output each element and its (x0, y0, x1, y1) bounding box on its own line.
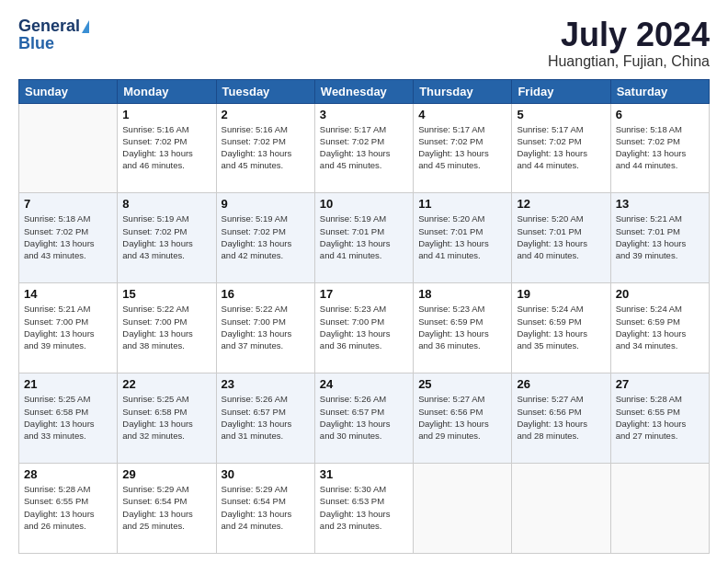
header-saturday: Saturday (610, 79, 709, 103)
day-number: 5 (517, 108, 605, 121)
day-info: Sunrise: 5:23 AMSunset: 7:00 PMDaylight:… (320, 303, 408, 351)
day-number: 29 (122, 467, 210, 481)
day-info: Sunrise: 5:25 AMSunset: 6:58 PMDaylight:… (24, 393, 112, 442)
table-row: 5Sunrise: 5:17 AMSunset: 7:02 PMDaylight… (512, 103, 610, 193)
weekday-header-row: Sunday Monday Tuesday Wednesday Thursday… (19, 79, 710, 103)
calendar-page: General Blue July 2024 Huangtian, Fujian… (0, 0, 728, 563)
day-number: 1 (122, 108, 210, 121)
table-row (19, 103, 118, 193)
day-info: Sunrise: 5:16 AMSunset: 7:02 PMDaylight:… (222, 123, 310, 172)
day-number: 9 (222, 197, 310, 211)
table-row: 23Sunrise: 5:26 AMSunset: 6:57 PMDayligh… (216, 373, 314, 464)
day-info: Sunrise: 5:17 AMSunset: 7:02 PMDaylight:… (418, 123, 506, 172)
day-number: 21 (24, 377, 112, 391)
day-number: 19 (517, 287, 605, 301)
table-row (512, 464, 610, 554)
day-info: Sunrise: 5:20 AMSunset: 7:01 PMDaylight:… (517, 213, 605, 261)
day-info: Sunrise: 5:18 AMSunset: 7:02 PMDaylight:… (24, 213, 112, 261)
day-number: 14 (24, 287, 112, 301)
table-row (610, 464, 709, 554)
day-info: Sunrise: 5:16 AMSunset: 7:02 PMDaylight:… (122, 123, 210, 172)
table-row: 14Sunrise: 5:21 AMSunset: 7:00 PMDayligh… (19, 283, 118, 373)
day-number: 15 (122, 287, 210, 301)
day-number: 30 (222, 467, 310, 481)
day-info: Sunrise: 5:17 AMSunset: 7:02 PMDaylight:… (517, 123, 605, 172)
table-row: 21Sunrise: 5:25 AMSunset: 6:58 PMDayligh… (19, 373, 118, 464)
logo-blue: Blue (18, 34, 54, 53)
table-row: 11Sunrise: 5:20 AMSunset: 7:01 PMDayligh… (414, 193, 512, 283)
logo-icon (82, 20, 89, 33)
day-info: Sunrise: 5:19 AMSunset: 7:01 PMDaylight:… (320, 213, 408, 261)
header: General Blue July 2024 Huangtian, Fujian… (18, 17, 710, 70)
day-number: 27 (616, 377, 704, 391)
day-number: 26 (517, 377, 605, 391)
day-number: 22 (122, 377, 210, 391)
table-row: 29Sunrise: 5:29 AMSunset: 6:54 PMDayligh… (118, 464, 216, 554)
table-row: 9Sunrise: 5:19 AMSunset: 7:02 PMDaylight… (216, 193, 314, 283)
table-row: 4Sunrise: 5:17 AMSunset: 7:02 PMDaylight… (414, 103, 512, 193)
calendar-week-row: 1Sunrise: 5:16 AMSunset: 7:02 PMDaylight… (19, 103, 710, 193)
day-info: Sunrise: 5:26 AMSunset: 6:57 PMDaylight:… (320, 393, 408, 442)
day-info: Sunrise: 5:28 AMSunset: 6:55 PMDaylight:… (616, 393, 704, 442)
table-row: 13Sunrise: 5:21 AMSunset: 7:01 PMDayligh… (610, 193, 709, 283)
day-number: 6 (616, 108, 704, 121)
day-number: 3 (320, 108, 408, 121)
header-sunday: Sunday (19, 79, 118, 103)
table-row: 1Sunrise: 5:16 AMSunset: 7:02 PMDaylight… (118, 103, 216, 193)
day-number: 25 (418, 377, 506, 391)
table-row: 2Sunrise: 5:16 AMSunset: 7:02 PMDaylight… (216, 103, 314, 193)
table-row: 25Sunrise: 5:27 AMSunset: 6:56 PMDayligh… (414, 373, 512, 464)
day-info: Sunrise: 5:22 AMSunset: 7:00 PMDaylight:… (222, 303, 310, 351)
title-section: July 2024 Huangtian, Fujian, China (548, 17, 710, 70)
day-number: 31 (320, 467, 408, 481)
day-info: Sunrise: 5:24 AMSunset: 6:59 PMDaylight:… (517, 303, 605, 351)
day-number: 8 (122, 197, 210, 211)
day-info: Sunrise: 5:21 AMSunset: 7:00 PMDaylight:… (24, 303, 112, 351)
day-info: Sunrise: 5:30 AMSunset: 6:53 PMDaylight:… (320, 483, 408, 532)
table-row: 15Sunrise: 5:22 AMSunset: 7:00 PMDayligh… (118, 283, 216, 373)
table-row: 28Sunrise: 5:28 AMSunset: 6:55 PMDayligh… (19, 464, 118, 554)
calendar-week-row: 7Sunrise: 5:18 AMSunset: 7:02 PMDaylight… (19, 193, 710, 283)
day-number: 2 (222, 108, 310, 121)
day-info: Sunrise: 5:27 AMSunset: 6:56 PMDaylight:… (418, 393, 506, 442)
day-info: Sunrise: 5:24 AMSunset: 6:59 PMDaylight:… (616, 303, 704, 351)
day-info: Sunrise: 5:27 AMSunset: 6:56 PMDaylight:… (517, 393, 605, 442)
header-friday: Friday (512, 79, 610, 103)
table-row (414, 464, 512, 554)
day-info: Sunrise: 5:29 AMSunset: 6:54 PMDaylight:… (122, 483, 210, 532)
calendar-week-row: 28Sunrise: 5:28 AMSunset: 6:55 PMDayligh… (19, 464, 710, 554)
day-number: 17 (320, 287, 408, 301)
logo-general: General (18, 17, 80, 36)
day-number: 4 (418, 108, 506, 121)
calendar-week-row: 14Sunrise: 5:21 AMSunset: 7:00 PMDayligh… (19, 283, 710, 373)
table-row: 18Sunrise: 5:23 AMSunset: 6:59 PMDayligh… (414, 283, 512, 373)
day-info: Sunrise: 5:18 AMSunset: 7:02 PMDaylight:… (616, 123, 704, 172)
day-info: Sunrise: 5:20 AMSunset: 7:01 PMDaylight:… (418, 213, 506, 261)
calendar-table: Sunday Monday Tuesday Wednesday Thursday… (18, 79, 710, 554)
table-row: 7Sunrise: 5:18 AMSunset: 7:02 PMDaylight… (19, 193, 118, 283)
table-row: 3Sunrise: 5:17 AMSunset: 7:02 PMDaylight… (314, 103, 413, 193)
day-number: 16 (222, 287, 310, 301)
header-monday: Monday (118, 79, 216, 103)
day-info: Sunrise: 5:26 AMSunset: 6:57 PMDaylight:… (222, 393, 310, 442)
day-info: Sunrise: 5:19 AMSunset: 7:02 PMDaylight:… (222, 213, 310, 261)
day-info: Sunrise: 5:28 AMSunset: 6:55 PMDaylight:… (24, 483, 112, 532)
day-info: Sunrise: 5:17 AMSunset: 7:02 PMDaylight:… (320, 123, 408, 172)
table-row: 24Sunrise: 5:26 AMSunset: 6:57 PMDayligh… (314, 373, 413, 464)
location-subtitle: Huangtian, Fujian, China (548, 53, 710, 70)
table-row: 16Sunrise: 5:22 AMSunset: 7:00 PMDayligh… (216, 283, 314, 373)
table-row: 17Sunrise: 5:23 AMSunset: 7:00 PMDayligh… (314, 283, 413, 373)
day-number: 10 (320, 197, 408, 211)
day-info: Sunrise: 5:23 AMSunset: 6:59 PMDaylight:… (418, 303, 506, 351)
table-row: 27Sunrise: 5:28 AMSunset: 6:55 PMDayligh… (610, 373, 709, 464)
table-row: 30Sunrise: 5:29 AMSunset: 6:54 PMDayligh… (216, 464, 314, 554)
table-row: 6Sunrise: 5:18 AMSunset: 7:02 PMDaylight… (610, 103, 709, 193)
day-info: Sunrise: 5:21 AMSunset: 7:01 PMDaylight:… (616, 213, 704, 261)
header-wednesday: Wednesday (314, 79, 413, 103)
header-thursday: Thursday (414, 79, 512, 103)
calendar-week-row: 21Sunrise: 5:25 AMSunset: 6:58 PMDayligh… (19, 373, 710, 464)
table-row: 26Sunrise: 5:27 AMSunset: 6:56 PMDayligh… (512, 373, 610, 464)
day-number: 13 (616, 197, 704, 211)
day-number: 20 (616, 287, 704, 301)
table-row: 19Sunrise: 5:24 AMSunset: 6:59 PMDayligh… (512, 283, 610, 373)
